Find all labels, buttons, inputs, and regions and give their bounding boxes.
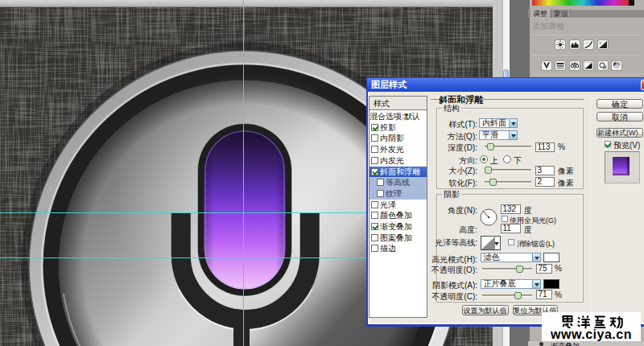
svg-text:+: +: [599, 40, 601, 45]
